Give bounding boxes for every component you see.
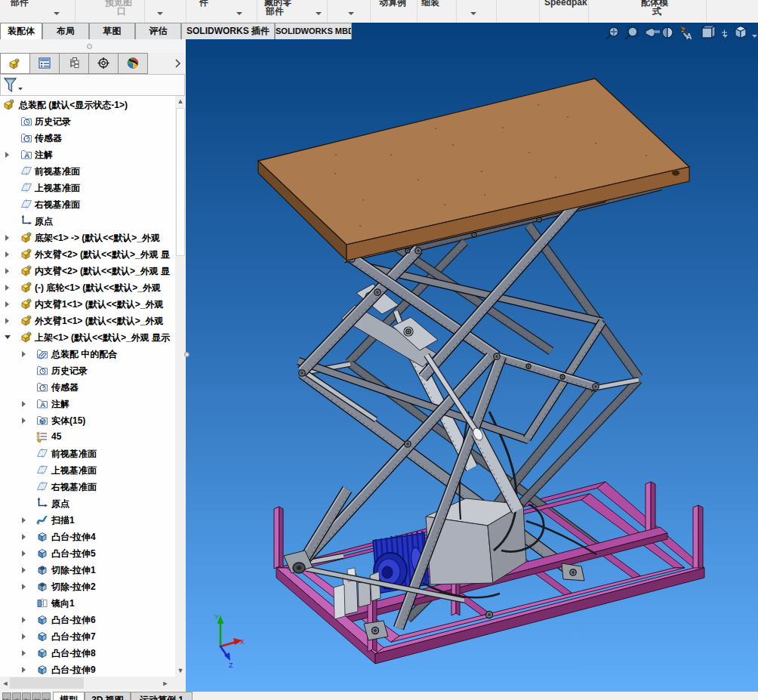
svg-text:Y: Y: [214, 613, 219, 621]
svg-text:X: X: [240, 638, 245, 646]
svg-text:Z: Z: [229, 661, 233, 669]
svg-text:A: A: [686, 32, 692, 41]
